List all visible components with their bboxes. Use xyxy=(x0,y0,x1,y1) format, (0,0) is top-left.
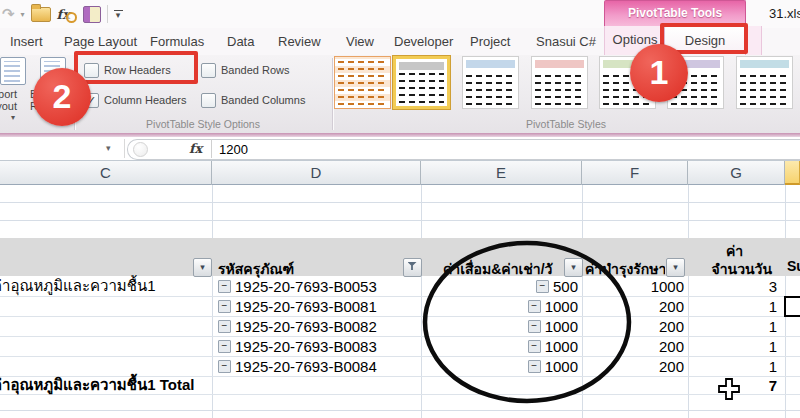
pivot-style-thumbnail-1[interactable] xyxy=(334,56,391,109)
pivot-style-thumbnail-3[interactable] xyxy=(462,56,519,109)
filter-dropdown-e[interactable]: ▾ xyxy=(564,258,583,277)
column-header-c[interactable]: C xyxy=(0,161,212,185)
banded-rows-checkbox[interactable] xyxy=(201,63,216,78)
pivot-header-band: ค่า ▾ รหัสครุภัณฑ์ ค่าเสื่อม&ค่าเช่า/วั … xyxy=(0,238,800,276)
formula-bar: ▾ fx 1200 xyxy=(0,137,800,160)
name-box-separator xyxy=(124,139,125,158)
total-g: 7 xyxy=(689,376,777,394)
cell-f: 200 xyxy=(583,316,684,336)
funnel-icon xyxy=(408,262,417,270)
cell-g: 1 xyxy=(689,316,777,336)
cell-e: −1000 xyxy=(422,356,578,376)
banded-columns-checkbox[interactable] xyxy=(201,93,216,108)
column-header-g[interactable]: G xyxy=(688,161,785,185)
total-label: ค่าอุณหภูมิและความชื้น1 Total xyxy=(0,376,322,394)
insert-function-zoom-icon[interactable]: fx xyxy=(57,5,77,23)
cell-f: 1000 xyxy=(583,276,684,296)
document-title: 31.xls xyxy=(769,6,800,21)
cell-e: −1000 xyxy=(422,316,578,336)
collapse-icon[interactable]: − xyxy=(528,320,541,333)
spreadsheet-grid[interactable]: ค่า ▾ รหัสครุภัณฑ์ ค่าเสื่อม&ค่าเช่า/วั … xyxy=(0,185,800,418)
selected-cell-border[interactable] xyxy=(784,296,800,317)
collapse-icon[interactable]: − xyxy=(218,300,231,313)
collapse-icon[interactable]: − xyxy=(218,360,231,373)
annotation-box-row-headers xyxy=(74,51,198,84)
pivot-style-thumbnail-4[interactable] xyxy=(531,56,588,109)
collapse-icon[interactable]: − xyxy=(528,360,541,373)
filter-dropdown-c[interactable]: ▾ xyxy=(193,258,212,277)
collapse-icon[interactable]: − xyxy=(528,300,541,313)
cell-d: −1925-20-7693-B0081 xyxy=(218,296,418,316)
styles-group-label: PivotTable Styles xyxy=(332,118,800,131)
pivot-header-h: Su xyxy=(787,258,800,274)
collapse-icon[interactable]: − xyxy=(218,280,231,293)
table-row[interactable]: −1925-20-7693-B0081 −1000 200 1 xyxy=(0,296,800,317)
column-headers-label: Column Headers xyxy=(104,94,187,106)
gridline xyxy=(0,410,800,411)
redo-icon[interactable]: ↷ xyxy=(2,5,15,23)
cell-f: 200 xyxy=(583,356,684,376)
filter-dropdown-f[interactable]: ▾ xyxy=(666,258,685,277)
pivot-style-thumbnail-7[interactable] xyxy=(736,56,793,109)
tab-developer[interactable]: Developer xyxy=(394,28,453,55)
collapse-icon[interactable]: − xyxy=(218,320,231,333)
chevron-down-icon: ▾ xyxy=(11,112,15,124)
column-header-d[interactable]: D xyxy=(212,161,421,185)
banded-columns-label: Banded Columns xyxy=(221,94,305,106)
column-header-h-highlighted[interactable] xyxy=(785,161,800,185)
cell-g: 1 xyxy=(689,336,777,356)
report-layout-icon xyxy=(0,57,26,85)
customize-qat-icon[interactable]: ▾ xyxy=(114,10,123,19)
tab-insert[interactable]: Insert xyxy=(10,28,43,55)
row-label-c: ค่าอุณหภูมิและความชื้น1 xyxy=(0,276,207,296)
quick-access-toolbar: ↷ ▾ fx ▾ xyxy=(2,3,123,25)
collapse-icon[interactable]: − xyxy=(528,340,541,353)
cell-f: 200 xyxy=(583,296,684,316)
filter-applied-d[interactable] xyxy=(403,258,422,277)
gridline xyxy=(0,202,800,203)
cell-g: 1 xyxy=(689,296,777,316)
cell-e: −1000 xyxy=(422,336,578,356)
tab-review[interactable]: Review xyxy=(278,28,321,55)
column-header-row: C D E F G xyxy=(0,160,800,185)
tab-view[interactable]: View xyxy=(346,28,374,55)
table-row[interactable]: −1925-20-7693-B0083 −1000 200 1 xyxy=(0,336,800,357)
tab-project[interactable]: Project xyxy=(470,28,510,55)
cell-g: 3 xyxy=(689,276,777,296)
insert-function-icon[interactable]: fx xyxy=(189,142,202,155)
annotation-badge-1: 1 xyxy=(630,44,688,102)
tab-snasui[interactable]: Snasui C# xyxy=(536,28,596,55)
workbook-icon[interactable] xyxy=(83,6,101,23)
table-row[interactable]: ค่าอุณหภูมิและความชื้น1 −1925-20-7693-B0… xyxy=(0,276,800,297)
gridline xyxy=(0,220,800,221)
redo-dropdown-icon[interactable]: ▾ xyxy=(21,10,25,19)
cell-d: −1925-20-7693-B0083 xyxy=(218,336,418,356)
cell-d: −1925-20-7693-B0053 xyxy=(218,276,418,296)
collapse-icon[interactable]: − xyxy=(536,280,549,293)
column-header-f[interactable]: F xyxy=(582,161,688,185)
cell-e: −500 xyxy=(422,276,578,296)
name-box-dropdown-icon[interactable]: ▾ xyxy=(106,143,111,153)
style-options-group-label: PivotTable Style Options xyxy=(74,118,332,131)
open-folder-icon[interactable] xyxy=(31,7,51,22)
collapse-icon[interactable]: − xyxy=(218,340,231,353)
annotation-badge-2: 2 xyxy=(33,68,91,126)
cell-d: −1925-20-7693-B0084 xyxy=(218,356,418,376)
total-row[interactable]: ค่าอุณหภูมิและความชื้น1 Total 7 xyxy=(0,376,800,395)
formula-buttons-icon xyxy=(133,142,148,157)
table-row[interactable]: −1925-20-7693-B0082 −1000 200 1 xyxy=(0,316,800,337)
column-header-e[interactable]: E xyxy=(421,161,582,185)
cell-e: −1000 xyxy=(422,296,578,316)
qat-separator xyxy=(107,5,108,23)
cell-d: −1925-20-7693-B0082 xyxy=(218,316,418,336)
cell-f: 200 xyxy=(583,336,684,356)
formula-bar-value[interactable]: 1200 xyxy=(219,142,248,157)
pivot-style-thumbnail-2-selected[interactable] xyxy=(393,56,450,109)
cell-g: 1 xyxy=(689,356,777,376)
tab-data[interactable]: Data xyxy=(227,28,254,55)
banded-rows-label: Banded Rows xyxy=(221,64,290,76)
formula-separator xyxy=(211,139,212,158)
